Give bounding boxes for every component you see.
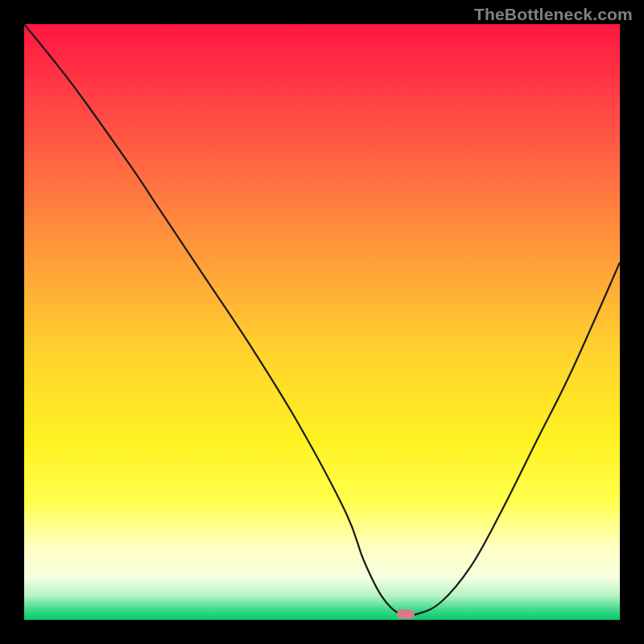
watermark-text: TheBottleneck.com [474, 5, 633, 24]
chart-container: TheBottleneck.com [0, 0, 644, 644]
curve-line [24, 24, 620, 620]
plot-area [24, 24, 620, 620]
optimal-marker [397, 609, 415, 619]
